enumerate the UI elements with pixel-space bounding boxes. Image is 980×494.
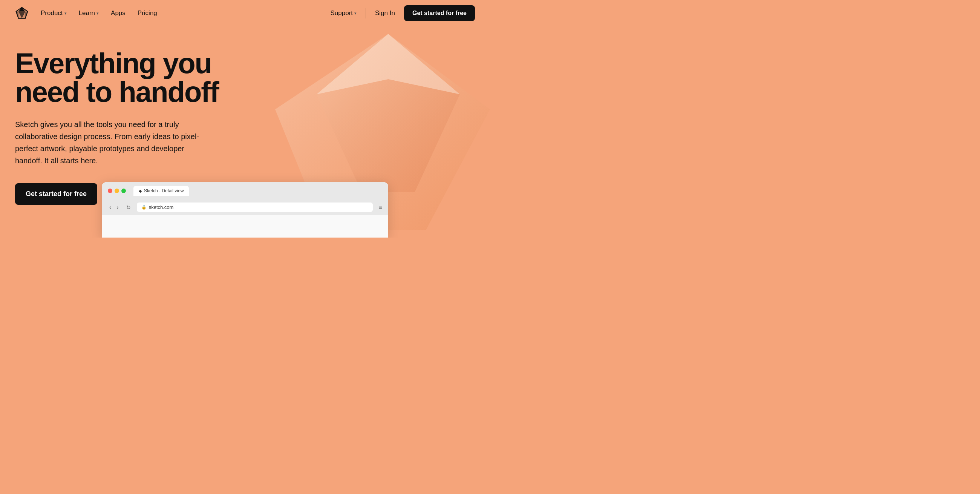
- browser-tab-label: Sketch - Detail view: [144, 188, 184, 193]
- browser-tab[interactable]: ◆ Sketch - Detail view: [134, 186, 189, 196]
- nav-apps-link[interactable]: Apps: [111, 10, 126, 17]
- logo[interactable]: [15, 6, 29, 20]
- navbar: Product ▾ Learn ▾ Apps Pricing Support ▾…: [0, 0, 490, 26]
- browser-addressbar: ‹ › ↻ 🔒 sketch.com ≡: [102, 199, 388, 215]
- browser-mockup: ◆ Sketch - Detail view ‹ › ↻ 🔒 sketch.co…: [102, 182, 388, 237]
- browser-nav-arrows: ‹ ›: [108, 203, 120, 212]
- svg-marker-8: [317, 34, 460, 94]
- hero-get-started-button[interactable]: Get started for free: [15, 183, 97, 205]
- browser-back-button[interactable]: ‹: [108, 203, 113, 212]
- nav-learn-label: Learn: [79, 10, 95, 17]
- nav-apps-label: Apps: [111, 10, 126, 17]
- svg-marker-7: [317, 34, 460, 192]
- traffic-light-yellow[interactable]: [115, 188, 119, 193]
- browser-address-bar[interactable]: 🔒 sketch.com: [137, 202, 373, 212]
- hero-section: Everything you need to handoff Sketch gi…: [0, 26, 490, 237]
- browser-reload-button[interactable]: ↻: [126, 204, 131, 210]
- browser-address-text: sketch.com: [149, 204, 174, 210]
- browser-titlebar: ◆ Sketch - Detail view: [102, 182, 388, 199]
- browser-tab-area: ◆ Sketch - Detail view: [134, 186, 189, 196]
- browser-content-area: [102, 215, 388, 237]
- hero-title: Everything you need to handoff: [15, 49, 226, 106]
- nav-right: Support ▾ Sign In Get started for free: [330, 5, 475, 21]
- traffic-light-green[interactable]: [121, 188, 126, 193]
- nav-pricing-label: Pricing: [138, 10, 157, 17]
- nav-divider: [366, 8, 366, 19]
- nav-pricing-link[interactable]: Pricing: [138, 10, 157, 17]
- hero-subtitle: Sketch gives you all the tools you need …: [15, 118, 204, 167]
- traffic-light-red[interactable]: [108, 188, 112, 193]
- nav-product-label: Product: [41, 10, 63, 17]
- learn-chevron-icon: ▾: [97, 11, 99, 16]
- nav-product-link[interactable]: Product ▾: [41, 10, 67, 17]
- browser-tab-favicon: ◆: [139, 188, 142, 193]
- lock-icon: 🔒: [142, 205, 146, 210]
- support-chevron-icon: ▾: [354, 11, 356, 16]
- product-chevron-icon: ▾: [64, 11, 67, 16]
- browser-forward-button[interactable]: ›: [115, 203, 120, 212]
- sketch-logo-icon: [15, 6, 29, 20]
- nav-get-started-button[interactable]: Get started for free: [404, 5, 475, 21]
- nav-left: Product ▾ Learn ▾ Apps Pricing: [15, 6, 157, 20]
- hero-content: Everything you need to handoff Sketch gi…: [15, 49, 226, 205]
- traffic-lights: [108, 188, 126, 193]
- sign-in-link[interactable]: Sign In: [375, 10, 395, 17]
- browser-menu-icon[interactable]: ≡: [379, 204, 382, 211]
- nav-support-link[interactable]: Support ▾: [330, 10, 356, 17]
- nav-support-label: Support: [330, 10, 353, 17]
- nav-learn-link[interactable]: Learn ▾: [79, 10, 99, 17]
